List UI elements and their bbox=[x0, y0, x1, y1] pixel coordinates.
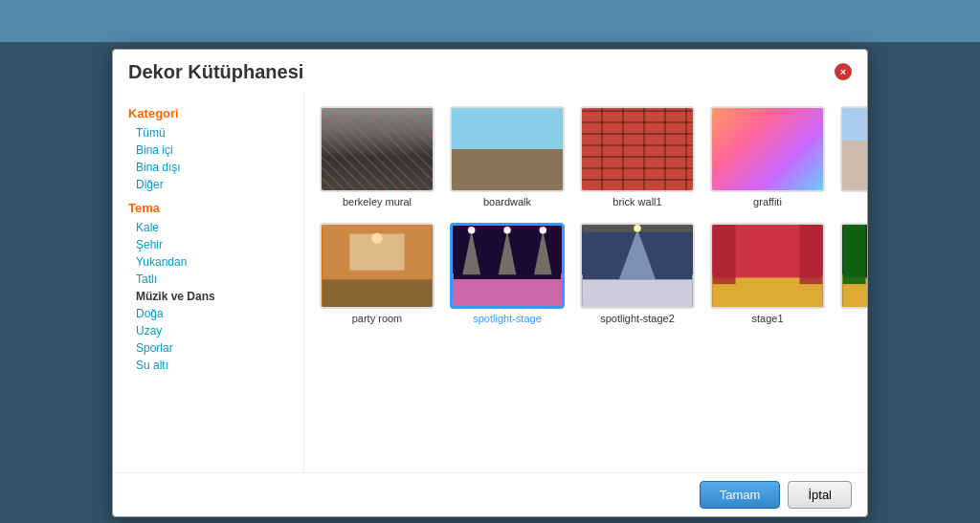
theme-city[interactable]: Şehir bbox=[128, 236, 288, 253]
stage1-bg bbox=[712, 225, 823, 307]
theme-top-down[interactable]: Yukandan bbox=[128, 253, 288, 271]
thumb-spotlight-stage2-image bbox=[580, 223, 695, 309]
category-all[interactable]: Tümü bbox=[128, 124, 288, 142]
dialog-title: Dekor Kütüphanesi bbox=[128, 61, 303, 83]
svg-rect-27 bbox=[799, 225, 822, 284]
thumb-greek-theater-image bbox=[840, 106, 867, 192]
thumb-brick-wall1-label: brick wall1 bbox=[612, 196, 661, 207]
thumb-boardwalk[interactable]: boardwalk bbox=[446, 102, 568, 211]
svg-rect-30 bbox=[843, 225, 866, 284]
partyroom-bg bbox=[322, 225, 433, 307]
category-outdoor[interactable]: Bina dışı bbox=[128, 159, 288, 176]
thumb-party-room-label: party room bbox=[352, 313, 403, 324]
svg-rect-26 bbox=[713, 225, 736, 284]
thumb-spotlight-stage[interactable]: spotlight-stage bbox=[446, 219, 568, 328]
thumb-brick-wall1[interactable]: brick wall1 bbox=[576, 102, 699, 211]
category-section-title: Kategori bbox=[128, 106, 288, 120]
brick-bg bbox=[582, 108, 693, 190]
backdrop-library-dialog: Dekor Kütüphanesi × Kategori Tümü Bina i… bbox=[112, 49, 868, 517]
svg-rect-12 bbox=[454, 279, 561, 306]
svg-point-17 bbox=[503, 226, 510, 232]
dialog-footer: Tamam İptal bbox=[113, 472, 867, 516]
dialog-body: Kategori Tümü Bina içi Bina dışı Diğer T… bbox=[113, 91, 867, 472]
theme-sports[interactable]: Sporlar bbox=[128, 339, 288, 357]
thumb-brick-wall1-image bbox=[580, 106, 695, 192]
svg-rect-8 bbox=[323, 279, 433, 307]
svg-rect-20 bbox=[583, 279, 693, 307]
thumb-stage1-image bbox=[710, 223, 825, 309]
stage2-bg bbox=[842, 225, 867, 307]
greek-bg bbox=[842, 108, 867, 190]
category-other[interactable]: Diğer bbox=[128, 176, 288, 193]
thumb-spotlight-stage2[interactable]: spotlight-stage2 bbox=[576, 219, 699, 328]
thumb-boardwalk-image bbox=[450, 106, 565, 192]
thumb-graffiti-label: graffiti bbox=[753, 196, 782, 207]
svg-point-16 bbox=[468, 226, 475, 232]
theme-section-title: Tema bbox=[128, 201, 288, 215]
thumb-graffiti[interactable]: graffiti bbox=[706, 102, 829, 211]
thumb-stage2[interactable]: stage2 bbox=[836, 219, 867, 328]
thumb-berkeley-mural[interactable]: berkeley mural bbox=[316, 102, 438, 211]
theme-nature[interactable]: Doğa bbox=[128, 305, 288, 322]
thumb-party-room[interactable]: party room bbox=[316, 219, 438, 328]
svg-point-10 bbox=[371, 232, 382, 243]
thumb-graffiti-image bbox=[710, 106, 825, 192]
spotlight-bg bbox=[453, 226, 562, 306]
content-area: berkeley mural boardwalk bbox=[304, 91, 867, 472]
ok-button[interactable]: Tamam bbox=[700, 481, 781, 509]
svg-point-23 bbox=[634, 225, 641, 232]
thumb-stage1[interactable]: stage1 bbox=[706, 219, 829, 328]
theme-music-dance[interactable]: Müzik ve Dans bbox=[128, 288, 288, 305]
dialog-backdrop: Dekor Kütüphanesi × Kategori Tümü Bina i… bbox=[0, 42, 980, 523]
thumb-spotlight-stage-image bbox=[450, 223, 565, 309]
boardwalk-bg bbox=[452, 108, 563, 190]
thumb-greek-theater[interactable]: greek theater bbox=[836, 102, 867, 211]
category-indoor[interactable]: Bina içi bbox=[128, 142, 288, 159]
theme-space[interactable]: Uzay bbox=[128, 322, 288, 339]
graffiti-bg bbox=[712, 108, 823, 190]
thumb-stage1-label: stage1 bbox=[751, 313, 783, 324]
main-area: Dekor Kütüphanesi × Kategori Tümü Bina i… bbox=[0, 42, 980, 523]
thumbnails-grid: berkeley mural boardwalk bbox=[316, 102, 856, 328]
thumb-boardwalk-label: boardwalk bbox=[483, 196, 531, 207]
dialog-sidebar: Kategori Tümü Bina içi Bina dışı Diğer T… bbox=[113, 91, 304, 472]
thumb-spotlight-stage2-label: spotlight-stage2 bbox=[600, 313, 675, 324]
svg-point-18 bbox=[540, 226, 546, 232]
thumb-stage2-image bbox=[840, 223, 867, 309]
thumb-berkeley-mural-label: berkeley mural bbox=[343, 196, 412, 207]
theme-underwater[interactable]: Su altı bbox=[128, 357, 288, 374]
theme-sweet[interactable]: Tatlı bbox=[128, 271, 288, 288]
spotlight2-bg bbox=[582, 225, 693, 307]
theme-castle[interactable]: Kale bbox=[128, 219, 288, 236]
dialog-close-button[interactable]: × bbox=[835, 63, 852, 80]
thumb-spotlight-stage-label: spotlight-stage bbox=[473, 313, 542, 324]
cancel-button[interactable]: İptal bbox=[788, 481, 852, 509]
thumb-berkeley-mural-image bbox=[320, 106, 434, 192]
berkeley-bg bbox=[322, 108, 433, 190]
thumb-party-room-image bbox=[320, 223, 434, 309]
dialog-header: Dekor Kütüphanesi × bbox=[113, 50, 867, 91]
